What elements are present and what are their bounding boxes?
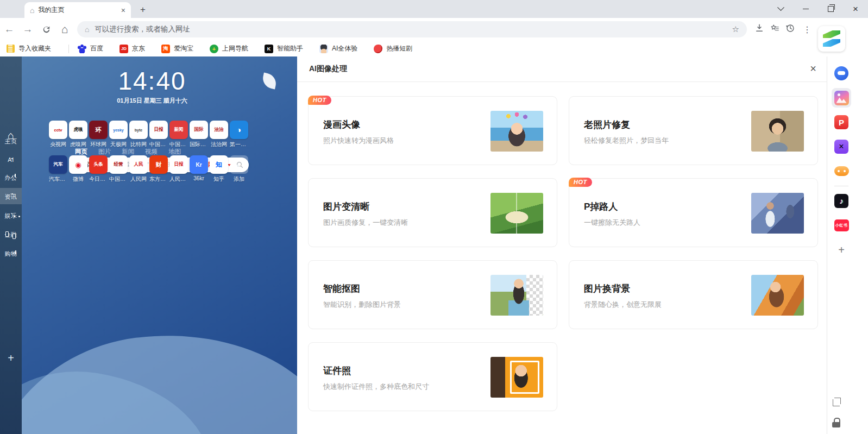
sidebar-nav-item[interactable]: 金融	[0, 226, 22, 242]
site-tile[interactable]: + 添加	[230, 155, 248, 183]
site-tile[interactable]: 知 知乎	[210, 155, 228, 183]
bookmark-item[interactable]: + 上网导航	[210, 44, 248, 53]
ai-feature-card[interactable]: 证件照 快速制作证件照，多种底色和尺寸	[308, 342, 557, 411]
maximize-button[interactable]	[818, 0, 843, 18]
site-tile[interactable]: cctv 央视网	[49, 121, 67, 148]
card-subtitle: 智能识别，删除图片背景	[323, 300, 401, 310]
left-sidebar: 主页 AI 办公 资讯 娱乐 金融	[0, 56, 22, 434]
douyin[interactable]: ♪	[832, 191, 851, 211]
sidebar-add-button[interactable]: +	[0, 352, 22, 364]
favorites-button[interactable]	[770, 23, 780, 35]
browser-dropdown-button[interactable]	[768, 0, 793, 18]
site-label: 中国新...	[169, 141, 188, 148]
card-image	[751, 275, 804, 316]
tab-title: 我的主页	[38, 5, 121, 15]
bookmark-icon: 淘	[161, 45, 170, 53]
ai-assistant[interactable]	[832, 64, 851, 83]
import-bookmarks-button[interactable]: 导入收藏夹	[7, 44, 51, 53]
sidebar-nav-item[interactable]: 主页	[0, 133, 22, 149]
site-label: 人民日...	[169, 175, 188, 183]
site-tile[interactable]: 法治 法治网	[210, 121, 228, 148]
bookmark-item[interactable]: 百度	[78, 44, 103, 53]
site-tile[interactable]: Kr 36kr	[190, 155, 208, 183]
sidebar-nav-item[interactable]: 娱乐	[0, 207, 22, 223]
site-tile[interactable]: 财 东方财...	[149, 155, 168, 183]
site-icon: 经营	[109, 155, 128, 174]
site-label: 汽车之...	[49, 175, 67, 183]
site-label: 添加	[230, 175, 248, 183]
site-tile[interactable]: ◑ 第一财...	[230, 121, 248, 148]
ai-image-tools[interactable]	[832, 88, 851, 108]
site-tile[interactable]: 汽车 汽车之...	[49, 155, 67, 183]
add-tool[interactable]: +	[832, 240, 851, 260]
browser-tab[interactable]: ⌂ 我的主页 ×	[24, 2, 131, 18]
ai-feature-card[interactable]: 老照片修复 轻松修复老照片，梦回当年	[569, 96, 818, 165]
reload-button[interactable]	[37, 25, 55, 34]
mini-apps[interactable]: ×	[832, 137, 851, 156]
site-tile[interactable]: 日报 人民日...	[169, 155, 188, 183]
ai-cards-grid: HOT 漫画头像 照片快速转为漫画风格 老照片修复 轻松修复老照片，梦回当年 图…	[297, 82, 827, 411]
site-tile[interactable]: 日报 中国日...	[149, 121, 168, 148]
site-icon: cctv	[49, 121, 67, 139]
site-tile[interactable]: 人民 人民网	[129, 155, 148, 183]
site-tile[interactable]: 新闻 中国新...	[169, 121, 188, 148]
card-title: 漫画头像	[323, 118, 360, 131]
site-label: 微博	[69, 175, 87, 183]
back-button[interactable]: ←	[0, 23, 18, 35]
site-tile[interactable]: 国际 国际在...	[190, 121, 208, 148]
close-window-button[interactable]: ×	[843, 0, 868, 18]
ai-feature-card[interactable]: HOT 漫画头像 照片快速转为漫画风格	[308, 96, 557, 165]
bookmark-label: 导入收藏夹	[18, 44, 51, 53]
sidebar-nav-item[interactable]: 资讯	[0, 188, 22, 204]
card-title: 智能抠图	[323, 282, 360, 295]
ai-feature-card[interactable]: HOT P掉路人 一键擦除无关路人	[569, 178, 818, 247]
ai-feature-card[interactable]: 图片变清晰 图片画质修复，一键变清晰	[308, 178, 557, 247]
address-bar[interactable]: ⌂ 可以进行搜索，或者输入网址 ☆	[77, 21, 747, 37]
hot-badge: HOT	[308, 96, 331, 105]
bookmark-item[interactable]: 热播短剧	[374, 44, 412, 53]
site-tile[interactable]: 环 环球网	[89, 121, 108, 148]
site-tile[interactable]: yesky 天极网	[109, 121, 128, 148]
home-button[interactable]: ⌂	[55, 23, 74, 36]
panel-close-icon[interactable]: ×	[810, 63, 816, 74]
minimize-button[interactable]	[793, 0, 818, 18]
bookmark-label: 百度	[90, 44, 103, 53]
sidebar-nav-item[interactable]: AI	[0, 152, 22, 166]
lock-icon[interactable]	[832, 418, 841, 427]
screenshot-crop-icon[interactable]	[832, 397, 841, 407]
xiaohongshu[interactable]: 小红书	[832, 216, 851, 235]
sidebar-nav-label: AI	[0, 156, 22, 163]
site-icon: 财	[149, 155, 168, 174]
card-image	[751, 111, 804, 152]
bookmark-item[interactable]: AI全体验	[319, 44, 357, 53]
history-button[interactable]	[785, 23, 795, 35]
site-tile[interactable]: ◉ 微博	[69, 155, 87, 183]
site-label: 环球网	[89, 141, 108, 148]
site-icon: 虎嗅	[69, 121, 87, 139]
tab-close-icon[interactable]: ×	[121, 6, 125, 15]
site-label: 36kr	[190, 175, 208, 181]
downloads-button[interactable]	[754, 23, 764, 35]
site-tile[interactable]: 经营 中国经...	[109, 155, 128, 183]
site-tile[interactable]: 头条 今日头...	[89, 155, 108, 183]
pdf-tools[interactable]: P	[832, 112, 851, 132]
menu-button[interactable]: ⋮	[801, 24, 814, 35]
forward-button[interactable]: →	[18, 23, 37, 35]
sidebar-nav-item[interactable]: 办公	[0, 169, 22, 185]
sidebar-nav-item[interactable]: 购物	[0, 245, 22, 261]
browser-logo[interactable]	[818, 26, 845, 52]
bookmark-item[interactable]: 淘 爱淘宝	[161, 44, 193, 53]
panel-title: AI图像处理	[309, 64, 347, 74]
site-tile[interactable]: 虎嗅 虎嗅网	[69, 121, 87, 148]
logo-blue-ribbon	[823, 39, 840, 47]
ai-feature-card[interactable]: 图片换背景 背景随心换，创意无限展	[569, 260, 818, 329]
site-tile[interactable]: byte 比特网	[129, 121, 148, 148]
ai-feature-card[interactable]: 智能抠图 智能识别，删除图片背景	[308, 260, 557, 329]
leaf-icon[interactable]	[261, 73, 278, 90]
new-tab-button[interactable]: +	[137, 4, 149, 16]
site-label: 人民网	[129, 175, 148, 183]
games[interactable]	[832, 161, 851, 181]
bookmark-star-icon[interactable]: ☆	[732, 24, 739, 34]
bookmark-item[interactable]: K 智能助手	[265, 44, 303, 53]
bookmark-item[interactable]: JD 京东	[119, 44, 145, 53]
